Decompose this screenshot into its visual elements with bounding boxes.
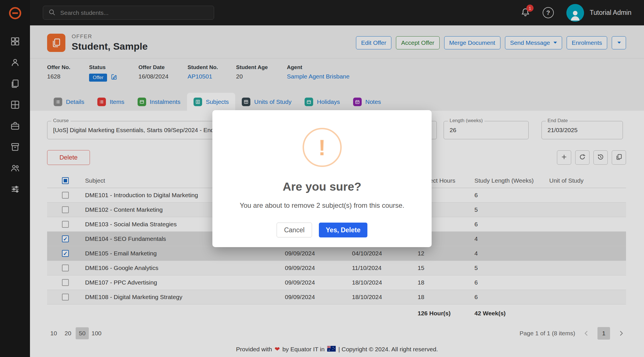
app-window: 1 ? Tutorial Admin OFFER Student, Sample bbox=[0, 0, 644, 357]
dialog-title: Are you sure? bbox=[224, 180, 420, 193]
confirm-dialog: ! Are you sure? You are about to remove … bbox=[212, 110, 432, 247]
confirm-delete-button[interactable]: Yes, Delete bbox=[319, 223, 367, 237]
dialog-actions: Cancel Yes, Delete bbox=[224, 223, 420, 237]
dialog-message: You are about to remove 2 subject(s) fro… bbox=[224, 201, 420, 209]
cancel-button[interactable]: Cancel bbox=[277, 223, 312, 237]
warning-circle-icon: ! bbox=[303, 128, 342, 167]
exclamation-icon: ! bbox=[318, 136, 326, 159]
